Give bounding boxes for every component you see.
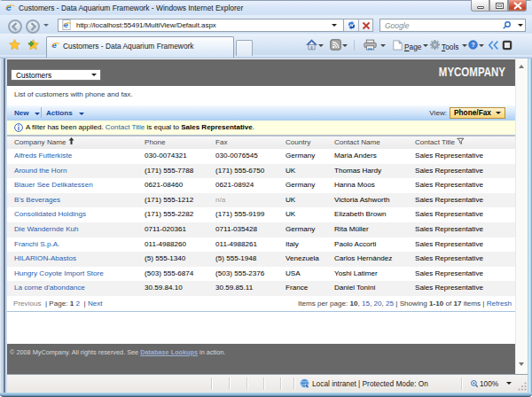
svg-text:?: ? bbox=[471, 42, 474, 48]
